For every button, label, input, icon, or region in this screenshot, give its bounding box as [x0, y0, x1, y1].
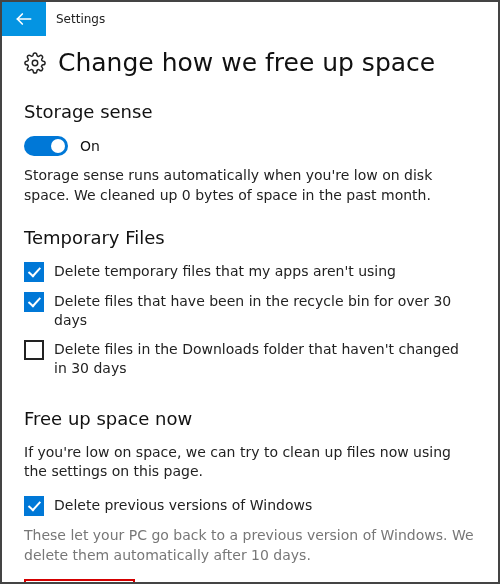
- back-arrow-icon: [14, 9, 34, 29]
- storage-sense-toggle-row: On: [24, 136, 476, 156]
- temporary-files-heading: Temporary Files: [24, 227, 476, 248]
- titlebar-label: Settings: [56, 12, 105, 26]
- temp-files-option-2[interactable]: Delete files in the Downloads folder tha…: [24, 340, 464, 378]
- free-up-now-description: If you're low on space, we can try to cl…: [24, 443, 476, 482]
- temp-files-option-0-label: Delete temporary files that my apps aren…: [54, 262, 396, 281]
- storage-sense-toggle-state: On: [80, 138, 100, 154]
- temp-files-option-1[interactable]: Delete files that have been in the recyc…: [24, 292, 464, 330]
- checkbox-icon: [24, 340, 44, 360]
- free-up-now-heading: Free up space now: [24, 408, 476, 429]
- previous-versions-label: Delete previous versions of Windows: [54, 496, 312, 515]
- previous-versions-option[interactable]: Delete previous versions of Windows: [24, 496, 464, 516]
- back-button[interactable]: [2, 2, 46, 36]
- checkbox-icon: [24, 496, 44, 516]
- svg-point-1: [32, 60, 38, 66]
- storage-sense-toggle[interactable]: [24, 136, 68, 156]
- temp-files-option-1-label: Delete files that have been in the recyc…: [54, 292, 464, 330]
- storage-sense-description: Storage sense runs automatically when yo…: [24, 166, 476, 205]
- gear-icon: [24, 52, 46, 74]
- page-header: Change how we free up space: [24, 48, 476, 77]
- checkbox-icon: [24, 292, 44, 312]
- toggle-knob: [51, 139, 65, 153]
- page-title: Change how we free up space: [58, 48, 435, 77]
- previous-versions-help: These let your PC go back to a previous …: [24, 526, 476, 565]
- temp-files-option-0[interactable]: Delete temporary files that my apps aren…: [24, 262, 464, 282]
- temp-files-option-2-label: Delete files in the Downloads folder tha…: [54, 340, 464, 378]
- storage-sense-heading: Storage sense: [24, 101, 476, 122]
- clean-now-highlight: Clean now: [24, 579, 135, 584]
- checkbox-icon: [24, 262, 44, 282]
- content: Change how we free up space Storage sens…: [2, 36, 498, 584]
- titlebar: Settings: [2, 2, 498, 36]
